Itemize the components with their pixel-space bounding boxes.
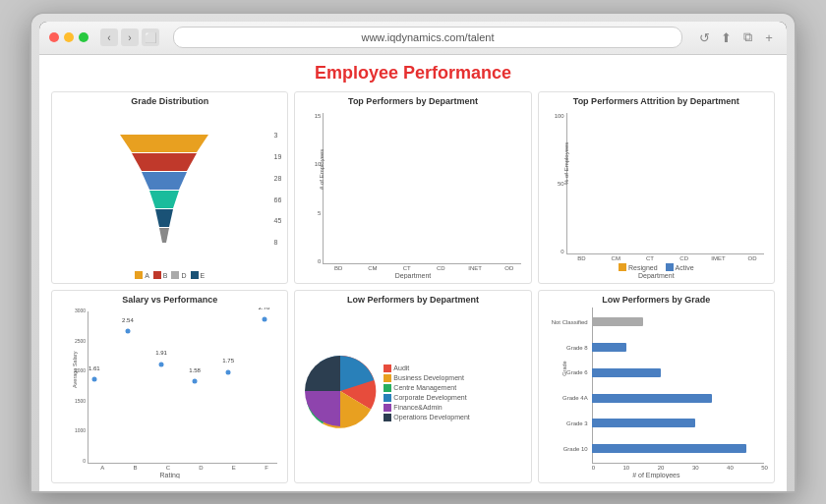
nav-buttons: ‹ › ⬜ — [100, 28, 159, 46]
hbar-not-classified — [592, 317, 644, 326]
forward-button[interactable]: › — [121, 28, 139, 46]
browser-action-icons: ↺ ⬆ ⧉ + — [696, 29, 777, 45]
salary-performance-panel: Salary vs Performance 3000 2500 2000 150… — [51, 290, 288, 483]
attrition-area: % of Employees 100 50 0 — [545, 109, 768, 280]
grade-distribution-panel: Grade Distribution — [51, 91, 288, 285]
tab-button[interactable]: ⬜ — [142, 28, 159, 46]
scatter-point-d — [193, 378, 198, 383]
funnel-labels: 3 19 28 66 45 8 — [274, 125, 282, 253]
attrition-x-label: Department — [545, 272, 768, 279]
charts-grid: Grade Distribution — [51, 91, 775, 483]
scatter-point-f — [262, 316, 266, 321]
grade-x-label: # of Employees — [545, 472, 768, 478]
top-performers-area: # of Employees 15 10 5 0 — [301, 109, 524, 280]
scatter-point-a — [91, 377, 96, 382]
back-button[interactable]: ‹ — [100, 28, 118, 46]
grade-y-label: Grade — [561, 349, 567, 388]
legend-d: D — [181, 272, 186, 279]
hbar-grade10 — [592, 444, 747, 453]
url-text: www.iqdynamics.com/talent — [361, 31, 494, 43]
legend-a: A — [145, 272, 149, 279]
pie-svg-container — [301, 352, 380, 434]
low-perf-dept-title: Low Performers by Department — [301, 295, 524, 305]
share-icon[interactable]: ⬆ — [718, 29, 734, 45]
add-icon[interactable]: + — [761, 29, 777, 45]
svg-marker-1 — [132, 153, 197, 171]
salary-area: 3000 2500 2000 1500 1000 0 Average Salar… — [58, 308, 281, 478]
grade-dist-title: Grade Distribution — [58, 96, 281, 106]
low-perf-dept-area: Audit Business Development Centre Manage… — [301, 308, 524, 478]
svg-marker-2 — [142, 172, 187, 190]
low-perf-grade-title: Low Performers by Grade — [545, 295, 768, 305]
top-performers-x-label: Department — [301, 272, 524, 279]
top-performers-attrition-title: Top Performers Attrition by Department — [545, 96, 768, 106]
scatter-inner: 3000 2500 2000 1500 1000 0 Average Salar… — [58, 308, 281, 464]
hbar-grade8 — [592, 343, 626, 352]
svg-marker-3 — [149, 191, 179, 208]
url-bar[interactable]: www.iqdynamics.com/talent — [173, 27, 682, 48]
top-performers-panel: Top Performers by Department # of Employ… — [294, 91, 531, 285]
low-performers-grade-panel: Low Performers by Grade Grade Not Classi… — [538, 290, 775, 483]
salary-x-label: Rating — [58, 472, 281, 478]
refresh-icon[interactable]: ↺ — [696, 29, 712, 45]
page-title: Employee Performance — [51, 63, 775, 84]
legend-b: B — [163, 272, 168, 279]
top-performers-title: Top Performers by Department — [301, 96, 524, 106]
browser-bar: ‹ › ⬜ www.iqdynamics.com/talent ↺ ⬆ ⧉ + — [39, 22, 787, 55]
svg-marker-4 — [155, 209, 173, 227]
hbar-grade6 — [592, 368, 661, 377]
funnel-svg — [58, 109, 270, 270]
screen-bezel: ‹ › ⬜ www.iqdynamics.com/talent ↺ ⬆ ⧉ + … — [39, 22, 787, 491]
salary-perf-title: Salary vs Performance — [58, 295, 281, 305]
pie-legend: Audit Business Development Centre Manage… — [384, 364, 469, 421]
minimize-button[interactable] — [64, 32, 74, 42]
grade-dist-area: 3 19 28 66 45 8 — [58, 109, 281, 270]
scatter-point-e — [226, 370, 231, 375]
svg-marker-0 — [120, 135, 208, 152]
attrition-legend: Resigned Active — [545, 263, 768, 271]
salary-y-label: Average Salary — [72, 352, 78, 389]
page-content: Employee Performance Grade Distribution — [39, 55, 787, 491]
low-performers-dept-panel: Low Performers by Department — [294, 290, 531, 483]
low-perf-grade-area: Grade Not Classified Grade 8 — [545, 308, 768, 478]
top-performers-attrition-panel: Top Performers Attrition by Department %… — [538, 91, 775, 285]
funnel-legend: A B D E — [58, 271, 281, 279]
hbar-inner: Grade Not Classified Grade 8 — [545, 308, 768, 464]
scatter-point-b — [125, 329, 130, 334]
hbar-grade4a — [592, 394, 713, 403]
laptop-frame: ‹ › ⬜ www.iqdynamics.com/talent ↺ ⬆ ⧉ + … — [30, 12, 796, 493]
hbar-grade3 — [592, 419, 695, 427]
hbar-x-labels: 0 10 20 30 40 50 — [545, 465, 768, 471]
new-tab-icon[interactable]: ⧉ — [739, 29, 755, 45]
legend-e: E — [201, 272, 206, 279]
maximize-button[interactable] — [79, 32, 88, 42]
close-button[interactable] — [49, 32, 59, 42]
svg-marker-5 — [159, 228, 169, 243]
traffic-lights — [49, 32, 88, 42]
scatter-point-c — [159, 362, 164, 366]
